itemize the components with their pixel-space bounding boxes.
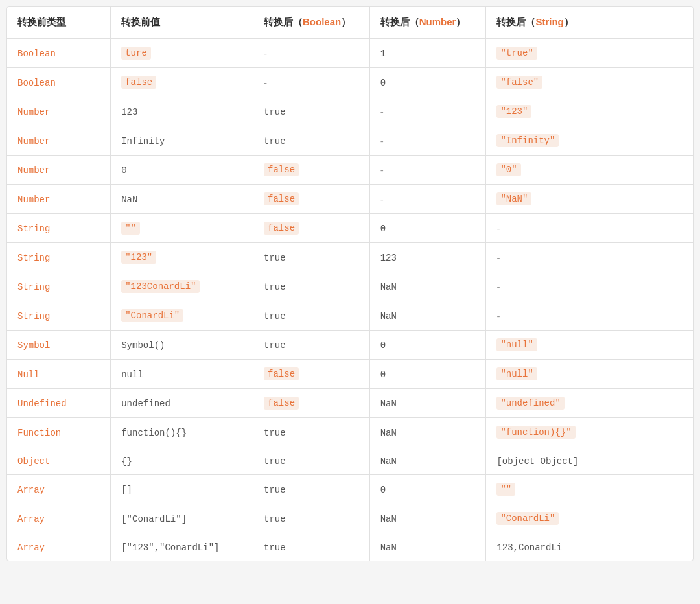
cell-num: 0	[369, 360, 486, 389]
cell-before-val: "123ConardLi"	[111, 272, 253, 301]
cell-str: ""	[486, 475, 693, 504]
header-before-val: 转换前值	[111, 7, 253, 38]
header-num-special: Number	[419, 16, 456, 27]
cell-before-val: ["123","ConardLi"]	[111, 533, 253, 561]
cell-num: NaN	[369, 418, 486, 447]
header-num: 转换后（Number）	[369, 7, 486, 38]
cell-bool: true	[253, 301, 370, 331]
cell-bool: true	[253, 475, 370, 504]
cell-type: String	[7, 301, 111, 331]
table-row: String"ConardLi"trueNaN-	[7, 301, 693, 331]
cell-num: -	[369, 97, 486, 126]
table-row: Nullnullfalse0"null"	[7, 360, 693, 389]
header-bool: 转换后（Boolean）	[253, 7, 370, 38]
cell-str: "true"	[486, 38, 693, 68]
cell-bool: false	[253, 389, 370, 418]
cell-str: "ConardLi"	[486, 504, 693, 533]
cell-num: 0	[369, 214, 486, 243]
cell-before-val: "123"	[111, 243, 253, 272]
cell-type: Symbol	[7, 331, 111, 360]
cell-num: 0	[369, 68, 486, 97]
cell-bool: true	[253, 418, 370, 447]
cell-bool: true	[253, 447, 370, 475]
cell-num: NaN	[369, 272, 486, 301]
header-str: 转换后（String）	[486, 7, 693, 38]
cell-type: Object	[7, 447, 111, 475]
cell-before-val: 0	[111, 156, 253, 185]
header-type: 转换前类型	[7, 7, 111, 38]
cell-bool: false	[253, 214, 370, 243]
cell-before-val: []	[111, 475, 253, 504]
cell-before-val: ture	[111, 38, 253, 68]
cell-type: String	[7, 214, 111, 243]
cell-bool: true	[253, 504, 370, 533]
cell-str: 123,ConardLi	[486, 533, 693, 561]
cell-before-val: null	[111, 360, 253, 389]
table-row: NumberNaNfalse-"NaN"	[7, 185, 693, 214]
cell-str: "Infinity"	[486, 126, 693, 156]
cell-bool: true	[253, 331, 370, 360]
cell-num: 0	[369, 331, 486, 360]
header-bool-special: Boolean	[303, 16, 341, 27]
table-row: Number123true-"123"	[7, 97, 693, 126]
table-header-row: 转换前类型 转换前值 转换后（Boolean） 转换后（Number） 转换后（…	[7, 7, 693, 38]
cell-type: Function	[7, 418, 111, 447]
table-row: Array["123","ConardLi"]trueNaN123,Conard…	[7, 533, 693, 561]
cell-bool: true	[253, 97, 370, 126]
cell-num: NaN	[369, 389, 486, 418]
cell-num: 0	[369, 475, 486, 504]
cell-type: Boolean	[7, 38, 111, 68]
cell-str: "false"	[486, 68, 693, 97]
cell-before-val: Symbol()	[111, 331, 253, 360]
cell-type: Undefined	[7, 389, 111, 418]
cell-bool: false	[253, 156, 370, 185]
cell-num: 123	[369, 243, 486, 272]
cell-str: "undefined"	[486, 389, 693, 418]
cell-str: "0"	[486, 156, 693, 185]
cell-before-val: ["ConardLi"]	[111, 504, 253, 533]
cell-type: Boolean	[7, 68, 111, 97]
cell-bool: true	[253, 272, 370, 301]
header-str-special: String	[535, 16, 563, 27]
cell-bool: true	[253, 126, 370, 156]
table-row: Array["ConardLi"]trueNaN"ConardLi"	[7, 504, 693, 533]
cell-str: "function){}"	[486, 418, 693, 447]
cell-num: NaN	[369, 504, 486, 533]
cell-str: "null"	[486, 360, 693, 389]
cell-num: NaN	[369, 447, 486, 475]
table-row: SymbolSymbol()true0"null"	[7, 331, 693, 360]
cell-num: 1	[369, 38, 486, 68]
cell-num: -	[369, 185, 486, 214]
cell-before-val: false	[111, 68, 253, 97]
table-row: Booleanture-1"true"	[7, 38, 693, 68]
cell-type: String	[7, 272, 111, 301]
table-row: String"123"true123-	[7, 243, 693, 272]
cell-before-val: "ConardLi"	[111, 301, 253, 331]
cell-bool: false	[253, 185, 370, 214]
cell-type: Number	[7, 126, 111, 156]
cell-str: -	[486, 214, 693, 243]
conversion-table: 转换前类型 转换前值 转换后（Boolean） 转换后（Number） 转换后（…	[6, 6, 694, 561]
cell-type: String	[7, 243, 111, 272]
cell-bool: true	[253, 533, 370, 561]
cell-before-val: 123	[111, 97, 253, 126]
cell-type: Number	[7, 97, 111, 126]
cell-bool: true	[253, 243, 370, 272]
cell-num: NaN	[369, 533, 486, 561]
cell-num: NaN	[369, 301, 486, 331]
table-row: UndefinedundefinedfalseNaN"undefined"	[7, 389, 693, 418]
cell-before-val: ""	[111, 214, 253, 243]
table-row: Functionfunction(){}trueNaN"function){}"	[7, 418, 693, 447]
cell-str: "NaN"	[486, 185, 693, 214]
cell-bool: -	[253, 68, 370, 97]
cell-before-val: Infinity	[111, 126, 253, 156]
cell-bool: -	[253, 38, 370, 68]
cell-str: "123"	[486, 97, 693, 126]
table-row: String"123ConardLi"trueNaN-	[7, 272, 693, 301]
cell-type: Array	[7, 533, 111, 561]
cell-type: Null	[7, 360, 111, 389]
cell-str: -	[486, 243, 693, 272]
cell-type: Array	[7, 475, 111, 504]
cell-num: -	[369, 126, 486, 156]
cell-before-val: function(){}	[111, 418, 253, 447]
